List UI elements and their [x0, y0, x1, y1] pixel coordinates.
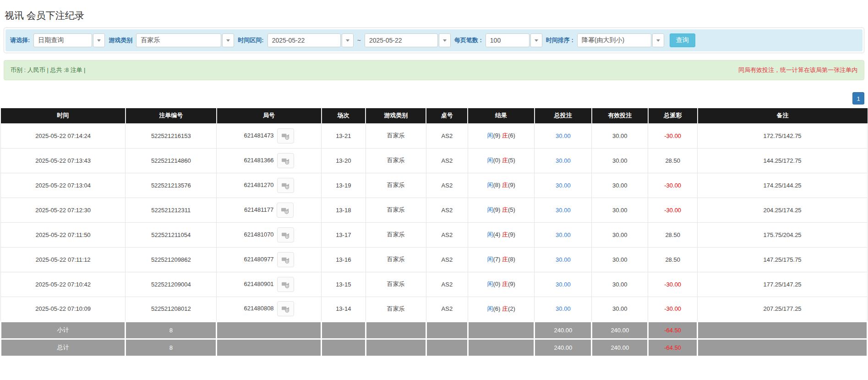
time-sort-dropdown-button[interactable] [652, 33, 664, 47]
result-cell: 闲(9) 庄(6) [468, 123, 535, 148]
video-replay-button[interactable] [277, 203, 294, 218]
query-type-select: 日期查询 [33, 33, 105, 47]
table-no-cell: AS2 [426, 148, 468, 173]
game-type-cell: 百家乐 [366, 272, 426, 297]
total-bet-link[interactable]: 30.00 [556, 281, 571, 288]
video-replay-button[interactable] [277, 128, 294, 143]
bet-id-cell: 522521214860 [126, 148, 217, 173]
caret-down-icon [656, 39, 660, 42]
date-from-value[interactable]: 2025-05-22 [267, 33, 341, 47]
round-id: 621481177 [244, 206, 273, 213]
round-id: 621481473 [244, 132, 274, 138]
time-sort-value[interactable]: 降幂(由大到小) [577, 33, 651, 47]
summary-row: 小计8240.00240.00-64.50 [1, 321, 868, 339]
page-size-dropdown-button[interactable] [530, 33, 542, 47]
valid-bet-cell: 30.00 [592, 247, 648, 272]
total-bet-link[interactable]: 30.00 [556, 231, 571, 238]
game-type-cell: 百家乐 [366, 198, 426, 222]
date-to-dropdown-button[interactable] [439, 33, 451, 47]
result-cell: 闲(7) 庄(8) [468, 247, 535, 272]
game-type-cell: 百家乐 [366, 247, 426, 272]
summary-row: 总计8240.00240.00-64.50 [1, 339, 868, 356]
remark-cell: 172.75/142.75 [698, 123, 868, 148]
date-to-picker: 2025-05-22 [365, 33, 451, 47]
bet-id-cell: 522521208012 [126, 297, 217, 321]
summary-valid-bet-cell: 240.00 [592, 339, 648, 356]
summary-bar: 币别 : 人民币 | 总共 :8 注单 | 同局有效投注，统一计算在该局第一张注… [4, 60, 864, 80]
total-bet-link[interactable]: 30.00 [556, 157, 571, 164]
caret-down-icon [97, 39, 101, 42]
round-id: 621481366 [244, 156, 274, 163]
banker-result: 庄 [502, 132, 508, 139]
summary-payout-cell: -64.50 [648, 339, 698, 356]
player-result: 闲 [487, 231, 493, 238]
total-bet-cell: 30.00 [535, 123, 592, 148]
round-id-cell: 621480977 [217, 247, 322, 272]
game-type-dropdown-button[interactable] [222, 33, 234, 47]
game-type-cell: 百家乐 [366, 297, 426, 321]
search-button[interactable]: 查询 [670, 33, 695, 47]
round-id-cell: 621481473 [217, 123, 322, 148]
bet-id-cell: 522521211054 [126, 222, 217, 247]
page-size-label: 每页笔数 : [454, 36, 482, 44]
total-bet-link[interactable]: 30.00 [556, 305, 571, 312]
date-from-picker: 2025-05-22 [267, 33, 354, 47]
total-bet-link[interactable]: 30.00 [556, 256, 571, 263]
page-number-button[interactable]: 1 [852, 92, 864, 105]
video-replay-button[interactable] [277, 227, 294, 242]
banker-result: 庄 [502, 256, 508, 263]
result-cell: 闲(8) 庄(9) [468, 173, 535, 198]
session-cell: 13-15 [322, 272, 366, 297]
round-id-cell: 621480808 [217, 297, 322, 321]
table-no-cell: AS2 [426, 198, 468, 222]
round-id: 621481070 [244, 231, 274, 237]
video-replay-button[interactable] [277, 178, 294, 193]
banker-score: (9) [508, 182, 515, 188]
video-replay-icon [281, 206, 289, 214]
video-replay-button[interactable] [277, 301, 294, 316]
date-from-dropdown-button[interactable] [342, 33, 354, 47]
session-cell: 13-19 [322, 173, 366, 198]
summary-total-bet-cell: 240.00 [535, 321, 592, 339]
result-cell: 闲(0) 庄(9) [468, 272, 535, 297]
total-bet-cell: 30.00 [535, 148, 592, 173]
column-header: 游戏类别 [366, 108, 426, 123]
summary-empty-cell-result [468, 321, 535, 339]
payout-cell: 28.50 [648, 247, 698, 272]
time-cell: 2025-05-22 07:13:43 [1, 148, 126, 173]
total-bet-link[interactable]: 30.00 [556, 132, 571, 139]
player-score: (0) [493, 281, 500, 287]
query-type-dropdown-button[interactable] [93, 33, 105, 47]
remark-cell: 204.25/174.25 [698, 198, 868, 222]
video-replay-icon [281, 182, 290, 189]
date-to-value[interactable]: 2025-05-22 [365, 33, 438, 47]
player-result: 闲 [487, 182, 493, 188]
filter-bar: 请选择: 日期查询 游戏类别 百家乐 时间区间: 2025-05-22 ~ 20… [5, 29, 863, 51]
video-replay-button[interactable] [277, 153, 294, 168]
summary-total-bet-cell: 240.00 [535, 339, 592, 356]
total-bet-link[interactable]: 30.00 [556, 182, 571, 189]
video-replay-button[interactable] [277, 277, 294, 292]
player-result: 闲 [487, 256, 493, 263]
column-header: 总派彩 [648, 108, 698, 123]
game-type-value[interactable]: 百家乐 [136, 33, 221, 47]
payout-cell: 28.50 [648, 222, 698, 247]
result-cell: 闲(0) 庄(5) [468, 148, 535, 173]
table-no-cell: AS2 [426, 272, 468, 297]
video-replay-button[interactable] [277, 252, 294, 267]
table-row: 2025-05-22 07:13:04522521213576621481270… [1, 173, 868, 198]
banker-score: (5) [508, 206, 515, 213]
result-cell: 闲(9) 庄(5) [468, 198, 535, 222]
bet-id-cell: 522521212311 [126, 198, 217, 222]
page-size-value[interactable]: 100 [486, 33, 530, 47]
video-replay-icon [281, 231, 290, 239]
session-cell: 13-18 [322, 198, 366, 222]
valid-bet-cell: 30.00 [592, 148, 648, 173]
caret-down-icon [346, 39, 349, 42]
valid-bet-note: 同局有效投注，统一计算在该局第一张注单内 [738, 66, 857, 74]
total-bet-link[interactable]: 30.00 [556, 207, 571, 214]
date-range-separator: ~ [357, 37, 361, 44]
query-type-value[interactable]: 日期查询 [33, 33, 92, 47]
video-replay-icon [281, 157, 290, 165]
summary-empty-cell-session [322, 321, 366, 339]
